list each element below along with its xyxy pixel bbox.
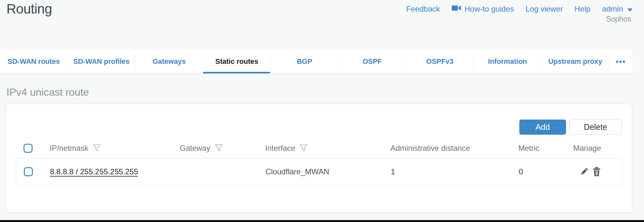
tab-overflow-menu[interactable]: ••• <box>609 50 632 73</box>
filter-icon[interactable] <box>93 144 101 153</box>
col-header-manage: Manage <box>573 144 601 153</box>
brand-label: Sophos <box>606 15 631 24</box>
ip-netmask-link[interactable]: 8.8.8.8 / 255.255.255.255 <box>50 167 138 176</box>
add-button[interactable]: Add <box>519 120 566 135</box>
active-tab-underline <box>203 72 270 73</box>
tab-bar: SD-WAN routes SD-WAN profiles Gateways S… <box>0 50 632 73</box>
tab-information[interactable]: Information <box>474 50 541 73</box>
admin-label: admin <box>602 5 623 14</box>
tab-bgp[interactable]: BGP <box>270 50 338 73</box>
top-nav: Feedback How-to guides Log viewer Help a… <box>406 5 632 14</box>
tab-sdwan-profiles[interactable]: SD-WAN profiles <box>67 50 135 73</box>
tab-static-routes[interactable]: Static routes <box>203 50 270 73</box>
howto-guides-label: How-to guides <box>465 5 514 14</box>
ipv4-unicast-route-card: Add Delete IP/netmask Gateway <box>6 104 632 213</box>
admin-menu[interactable]: admin <box>602 5 632 14</box>
tab-upstream-proxy[interactable]: Upstream proxy <box>541 50 609 73</box>
col-header-gateway: Gateway <box>180 144 210 153</box>
col-header-metric: Metric <box>518 144 539 153</box>
log-viewer-link[interactable]: Log viewer <box>525 5 563 14</box>
chevron-down-icon <box>628 5 632 14</box>
select-all-checkbox[interactable] <box>24 144 33 153</box>
tab-gateways[interactable]: Gateways <box>135 50 203 73</box>
screen-edge-bar <box>0 220 644 222</box>
manage-cell <box>573 167 623 177</box>
routing-page: Routing Feedback How-to guides Log viewe… <box>0 0 644 222</box>
delete-button[interactable]: Delete <box>569 120 622 135</box>
admin-distance-cell: 1 <box>391 167 519 176</box>
ellipsis-icon: ••• <box>616 57 626 66</box>
table-row: 8.8.8.8 / 255.255.255.255 Cloudflare_MWA… <box>16 158 623 185</box>
static-routes-table: IP/netmask Gateway Interface <box>16 141 623 185</box>
filter-icon[interactable] <box>215 144 223 153</box>
col-header-admin-distance: Administrative distance <box>390 144 470 153</box>
tab-ospf[interactable]: OSPF <box>338 50 406 73</box>
help-label: Help <box>574 5 590 14</box>
col-header-interface: Interface <box>265 144 295 153</box>
filter-icon[interactable] <box>300 144 308 153</box>
tab-ospfv3[interactable]: OSPFv3 <box>406 50 474 73</box>
video-camera-icon <box>452 5 461 14</box>
table-header-row: IP/netmask Gateway Interface <box>16 141 623 156</box>
page-title: Routing <box>6 1 52 17</box>
interface-cell: Cloudflare_MWAN <box>265 167 391 176</box>
col-header-ip-netmask: IP/netmask <box>50 144 88 153</box>
edit-pencil-icon[interactable] <box>579 167 589 177</box>
section-heading: IPv4 unicast route <box>6 86 89 98</box>
help-link[interactable]: Help <box>574 5 590 14</box>
log-viewer-label: Log viewer <box>525 5 563 14</box>
table-toolbar: Add Delete <box>519 120 622 135</box>
feedback-label: Feedback <box>406 5 440 14</box>
tab-sdwan-routes[interactable]: SD-WAN routes <box>0 50 67 73</box>
howto-guides-link[interactable]: How-to guides <box>452 5 514 14</box>
trash-icon[interactable] <box>592 167 601 177</box>
feedback-link[interactable]: Feedback <box>406 5 440 14</box>
row-checkbox[interactable] <box>24 167 33 176</box>
metric-cell: 0 <box>519 167 573 176</box>
